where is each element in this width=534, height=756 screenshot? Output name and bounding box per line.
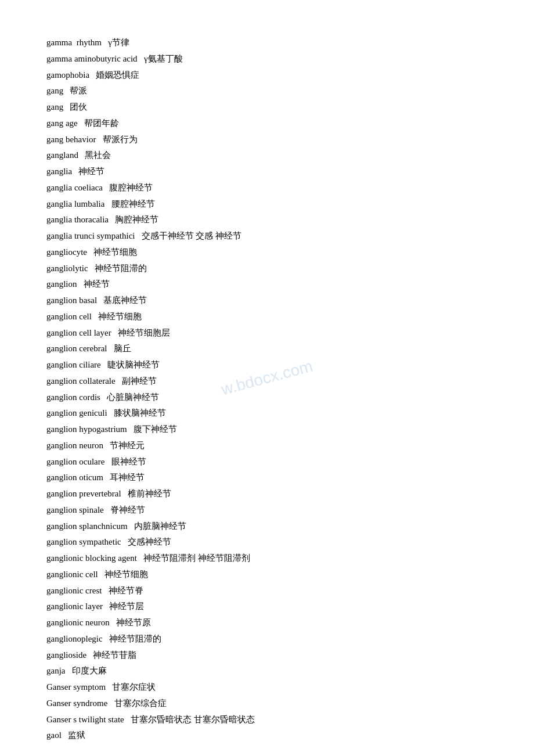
- list-item: ganglionic neuron 神经节原: [46, 615, 488, 631]
- entry-chinese: 脊神经节: [110, 505, 145, 514]
- entry-english: gangliolytic: [46, 264, 88, 273]
- entry-chinese: 眼神经节: [111, 457, 146, 466]
- entry-chinese: 神经节细胞: [93, 247, 137, 257]
- list-item: ganglia lumbalia 腰腔神经节: [46, 196, 488, 213]
- entry-chinese: 神经节层: [109, 602, 144, 611]
- list-item: gang 团伙: [46, 99, 488, 116]
- entry-chinese: 神经节苷脂: [93, 650, 136, 660]
- entry-english: ganglion prevertebral: [46, 489, 121, 498]
- list-item: gamophobia 婚姻恐惧症: [46, 67, 488, 84]
- entry-chinese: 神经节阻滞剂 神经节阻滞剂: [143, 553, 250, 563]
- list-item: ganglion hypogastrium 腹下神经节: [46, 422, 488, 438]
- list-item: gangliolytic 神经节阻滞的: [46, 261, 488, 277]
- entry-english: ganglionic neuron: [46, 618, 110, 627]
- entry-chinese: 婚姻恐惧症: [96, 70, 139, 80]
- entry-english: gang: [46, 86, 63, 95]
- entry-english: ganglia: [46, 167, 72, 176]
- list-item: gamma aminobutyric acid γ氨基丁酸: [46, 51, 488, 67]
- entry-chinese: 甘塞尔症状: [112, 682, 156, 692]
- entry-chinese: 交感神经节: [128, 537, 171, 546]
- list-item: ganglion cell layer 神经节细胞层: [46, 325, 488, 341]
- entry-chinese: 神经节: [78, 167, 104, 176]
- entry-english: ganglion cordis: [46, 393, 100, 402]
- list-item: ganglion oticum 耳神经节: [46, 470, 488, 486]
- entry-chinese: 睫状脑神经节: [107, 360, 160, 369]
- entry-english: ganglion basal: [46, 296, 97, 305]
- entry-english: gang age: [46, 118, 78, 128]
- entry-english: ganglia trunci sympathici: [46, 231, 135, 240]
- entry-english: ganglion geniculi: [46, 408, 107, 417]
- list-item: ganglion sympathetic 交感神经节: [46, 534, 488, 550]
- entry-english: gang behavior: [46, 135, 96, 144]
- entry-english: ganglia coeliaca: [46, 183, 103, 192]
- list-item: ganglionoplegic 神经节阻滞的: [46, 631, 488, 647]
- entry-english: ganglion oticum: [46, 473, 103, 482]
- entry-english: gaol: [46, 730, 62, 740]
- entry-english: ganglionic cell: [46, 570, 98, 579]
- list-item: ganja 印度大麻: [46, 663, 488, 679]
- list-item: ganglia thoracalia 胸腔神经节: [46, 212, 488, 228]
- entry-chinese: 黑社会: [85, 150, 111, 160]
- entry-english: ganglionoplegic: [46, 634, 103, 643]
- list-item: gangland 黑社会: [46, 147, 488, 164]
- entry-english: ganglion spinale: [46, 505, 104, 514]
- entry-english: gangliocyte: [46, 247, 87, 257]
- entry-english: Ganser syndrome: [46, 699, 107, 708]
- list-item: ganglion ciliare 睫状脑神经节: [46, 357, 488, 373]
- entry-chinese: 神经节细胞层: [118, 328, 170, 337]
- entry-chinese: 甘塞尔昏暗状态 甘塞尔昏暗状态: [131, 715, 255, 724]
- entry-english: ganglia lumbalia: [46, 199, 104, 208]
- list-item: ganglion 神经节: [46, 276, 488, 293]
- entry-english: ganglion hypogastrium: [46, 424, 127, 434]
- entry-chinese: 帮派行为: [103, 135, 138, 144]
- entry-english: ganglion oculare: [46, 457, 104, 466]
- list-item: gaol 监狱: [46, 728, 488, 744]
- entry-english: ganja: [46, 666, 65, 675]
- entry-english: ganglion sympathetic: [46, 537, 121, 546]
- entry-chinese: 膝状脑神经节: [114, 408, 166, 417]
- entry-chinese: 神经节: [84, 279, 110, 289]
- list-item: Ganser syndrome 甘塞尔综合症: [46, 696, 488, 712]
- entry-chinese: 心脏脑神经节: [107, 393, 159, 402]
- entry-english: ganglionic layer: [46, 602, 103, 611]
- entry-chinese: 神经节脊: [109, 586, 143, 595]
- entry-english: ganglion splanchnicum: [46, 521, 128, 531]
- entry-english: gang: [46, 102, 63, 111]
- entry-chinese: 监狱: [68, 730, 85, 740]
- list-item: gangliocyte 神经节细胞: [46, 244, 488, 261]
- entry-chinese: 副神经节: [122, 376, 157, 386]
- entry-chinese: 神经节原: [116, 618, 151, 627]
- entry-english: ganglion collaterale: [46, 376, 116, 386]
- list-item: ganglionic crest 神经节脊: [46, 583, 488, 599]
- entry-english: ganglia thoracalia: [46, 215, 109, 224]
- list-item: ganglia coeliaca 腹腔神经节: [46, 180, 488, 196]
- entry-chinese: 节神经元: [110, 441, 145, 450]
- list-item: ganglion cordis 心脏脑神经节: [46, 390, 488, 406]
- entry-english: gamma aminobutyric acid: [46, 54, 138, 63]
- entry-chinese: 椎前神经节: [128, 489, 171, 498]
- list-item: ganglionic blocking agent 神经节阻滞剂 神经节阻滞剂: [46, 550, 488, 567]
- entry-chinese: 神经节阻滞的: [109, 634, 161, 643]
- list-item: Ganser s twilight state 甘塞尔昏暗状态 甘塞尔昏暗状态: [46, 712, 488, 728]
- content-area: w.bdocx.com gamma rhythm γ节律gamma aminob…: [46, 35, 488, 744]
- entry-english: Ganser symptom: [46, 682, 106, 692]
- list-item: ganglionic cell 神经节细胞: [46, 567, 488, 583]
- list-item: ganglion geniculi 膝状脑神经节: [46, 405, 488, 422]
- entry-english: gamma rhythm: [46, 38, 102, 47]
- entry-chinese: 神经节细胞: [98, 312, 142, 321]
- entry-chinese: 团伙: [70, 102, 87, 111]
- list-item: ganglioside 神经节苷脂: [46, 647, 488, 664]
- list-item: ganglia 神经节: [46, 164, 488, 180]
- entry-chinese: 神经节阻滞的: [95, 264, 147, 273]
- entry-english: ganglion: [46, 279, 77, 289]
- list-item: ganglion prevertebral 椎前神经节: [46, 486, 488, 502]
- entry-chinese: 腰腔神经节: [111, 199, 155, 208]
- list-item: ganglionic layer 神经节层: [46, 599, 488, 615]
- entry-english: ganglioside: [46, 650, 86, 660]
- entry-chinese: 腹下神经节: [134, 424, 177, 434]
- entry-english: ganglion cerebral: [46, 344, 107, 353]
- entry-english: ganglion ciliare: [46, 360, 101, 369]
- list-item: ganglion splanchnicum 内脏脑神经节: [46, 519, 488, 535]
- entry-english: ganglion cell: [46, 312, 92, 321]
- entry-english: ganglion cell layer: [46, 328, 111, 337]
